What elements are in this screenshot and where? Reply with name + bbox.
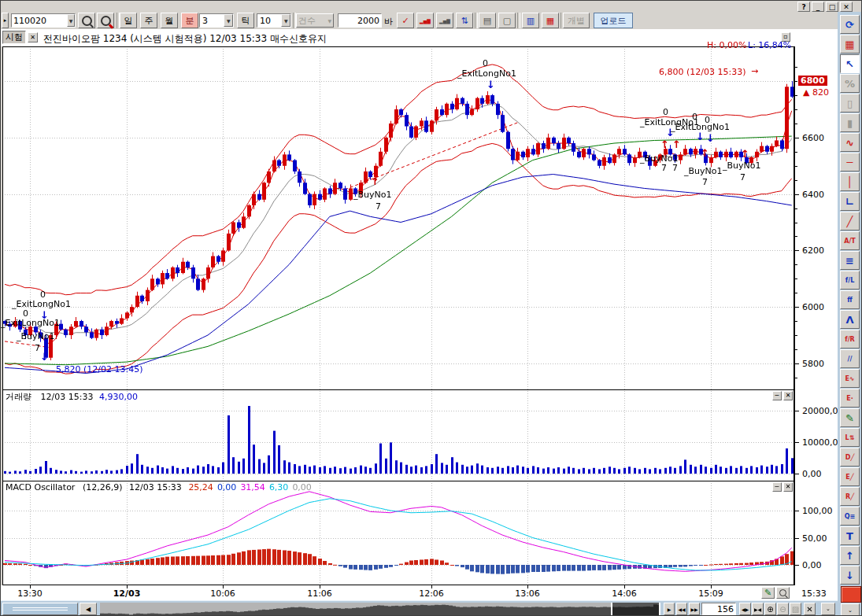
elliott-point-icon: E· [846,395,853,402]
splitter-handle[interactable] [2,603,78,615]
visible-bar-count-input[interactable] [702,603,735,614]
scroll-left-button[interactable]: ◀ [80,603,97,615]
zoom-button[interactable] [776,587,790,599]
elliott-line-button[interactable]: E∿ [840,369,860,388]
parallel-lines-button[interactable]: // [840,349,860,368]
elliott-point-button[interactable]: E· [840,389,860,408]
minimize-button[interactable]: _ [812,2,824,12]
minute-combo[interactable]: 3 ▼ [199,13,234,28]
text-tool-button[interactable]: T [840,526,860,545]
refresh-button[interactable]: ⟳ [840,15,860,34]
tick-button[interactable]: 틱 [237,13,254,28]
minimap[interactable] [100,603,660,616]
right-toolbar: ⟳▦↖%▯▮∿─│∟╱A/T≡f/LffΛf/R//E∿E·✎L⇅D╱E╱R╱Q… [838,12,862,616]
visible-bar-count-field[interactable] [701,603,736,615]
zoom-out-button: ⊖ [777,603,789,615]
current-time-label: 15:33 [801,588,827,599]
levels-button[interactable]: ≡ [840,251,860,270]
search-button[interactable] [78,13,95,28]
upload-button[interactable]: 업로드 [594,13,633,28]
axis-tick-label: 5800 [802,359,824,369]
new-doc-button[interactable]: ▤ [479,13,496,28]
bar-chart-button[interactable]: ▂▅▇ [436,13,453,28]
horizontal-line-button[interactable]: ─ [840,153,860,172]
grid-add-button[interactable]: ▦ [542,13,559,28]
axis-minor-tick [795,81,797,82]
step-forward-button[interactable]: ▶ [664,603,675,615]
stock-code-combo[interactable]: ▼ [11,13,76,28]
tick-combo[interactable]: 10 ▼ [257,13,291,28]
bar-count-input[interactable] [339,14,381,27]
macd-value: 31,54 [240,482,265,492]
tick-dropdown-icon[interactable]: ▼ [281,14,290,27]
signal-check-button[interactable]: ✓ [397,13,414,28]
annotate-button[interactable]: ✎ [761,587,775,599]
stock-code-dropdown-icon[interactable]: ▼ [67,14,75,27]
sort-updown-button[interactable]: ⇅ [456,13,473,28]
axis-minor-tick [795,223,797,223]
scroll-down-button[interactable]: ↓ [840,566,860,585]
toolbar-grip[interactable]: ▸ [2,13,9,28]
price-annotation: 0 [692,113,697,121]
axis-tick-mark [795,565,799,566]
vertical-line-button[interactable]: │ [840,172,860,191]
time-tick-label: 13:30 [17,588,43,599]
help-button[interactable]: ? [797,2,810,12]
step-line-button[interactable]: ∟ [840,192,860,211]
volume-close-button[interactable]: ✕ [783,391,793,400]
macd-close-button[interactable]: ✕ [783,482,793,492]
text-note-button[interactable]: A/T [840,231,860,250]
fibo-fan-button[interactable]: Λ [840,310,860,329]
zoom-in-button[interactable]: ⊕ [764,603,776,615]
price-annotation: 0 [40,290,46,299]
maximize-button[interactable]: □ [826,2,838,12]
fibo-lines-button[interactable]: f/L [840,271,860,290]
price-annotation: 7 [740,173,745,182]
volume-minimize-button[interactable]: ─ [772,391,782,400]
quote-list-button[interactable]: Q≡ [840,507,860,526]
bar-count-field[interactable] [338,13,382,28]
page-forward-button[interactable]: ▶▶ [689,603,700,615]
record-button[interactable] [841,586,861,603]
stock-code-input[interactable] [12,14,67,27]
minute-dropdown-icon[interactable]: ▼ [224,14,233,27]
toolbar-separator [517,13,520,28]
fibo-curve-button[interactable]: ff [840,290,860,309]
widen-bars-button[interactable]: ◀▶ [739,603,751,615]
screen-search-button[interactable]: ▢ [498,13,516,28]
volume-alert-button[interactable]: ▂▅▇ [416,13,434,28]
high-low-button[interactable]: L⇅ [840,428,860,447]
indicator-settings-button[interactable]: ▦ [840,35,860,53]
fibo-fan-icon: Λ [845,314,853,326]
cursor-button[interactable]: ↖ [840,54,860,73]
macd-minimize-button[interactable]: ─ [772,482,782,492]
page-back-button[interactable]: ◀◀ [676,603,687,615]
tab-siheom[interactable]: 시험 [2,31,26,44]
period-button-1[interactable]: 일 [120,13,137,28]
narrow-bars-button[interactable]: ▶◀ [752,603,764,615]
period-button-2[interactable]: 주 [140,13,157,28]
stock-search-button[interactable] [97,13,114,28]
close-view-button[interactable]: ✕ [804,603,816,615]
period-button-4[interactable]: 분 [181,13,198,28]
hatch-r-button[interactable]: R╱ [840,487,860,506]
time-axis[interactable]: 13:3012/0310:0611:0612:0613:0614:0615:09… [1,585,838,600]
diagonal-line-button[interactable]: ╱ [840,212,860,231]
trendline-button[interactable]: ∿ [840,133,860,152]
indicator-book-button[interactable]: ▥ [522,13,539,28]
period-button-3[interactable]: 월 [161,13,178,28]
price-axis[interactable]: 6800 ▲ 820 6600640062006000580020000,001… [794,46,838,585]
close-button[interactable]: ✕ [840,2,853,12]
fibo-retracement-button[interactable]: f/R [840,330,860,349]
axis-minor-tick [795,335,797,336]
step-line-icon: ∟ [845,196,854,208]
hatch-e-button[interactable]: E╱ [840,467,860,486]
tab-close-button[interactable]: ✕ [28,32,38,42]
axis-minor-tick [795,67,797,68]
toolbar-overflow-button[interactable]: ⌄ [821,603,835,615]
scroll-up-button[interactable]: ↑ [840,546,860,565]
hatch-d-button[interactable]: D╱ [840,448,860,467]
panel-scroll-down-button[interactable]: ⌄ [841,603,860,616]
macd-value: 6,30 [269,482,289,492]
pencil-button[interactable]: ✎ [840,408,860,427]
